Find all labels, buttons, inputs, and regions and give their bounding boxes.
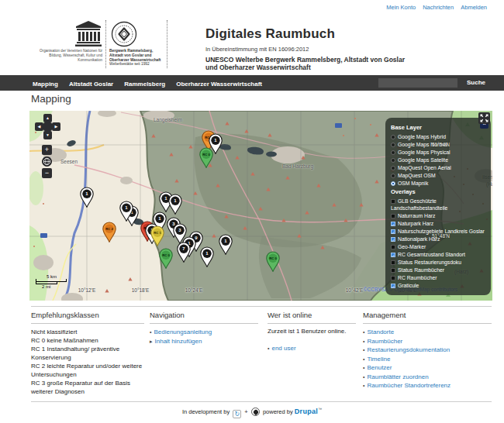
radio-icon[interactable] — [391, 166, 395, 170]
overlay-option[interactable]: ✓Graticule — [391, 282, 485, 289]
checkbox-icon[interactable]: ✓ — [391, 222, 395, 226]
svg-text:RC 0: RC 0 — [202, 153, 210, 156]
legend-line: RC 0 keine Maßnahmen — [31, 336, 144, 345]
page-title: Mapping — [31, 93, 71, 105]
bullet-icon: • — [363, 347, 364, 352]
overlay-option[interactable]: ✓RC Gesamtzustand Standort — [391, 251, 485, 258]
pan-east-button[interactable]: ▶ — [52, 122, 60, 131]
base-layer-option[interactable]: Google Maps Physical — [391, 149, 485, 156]
checkbox-icon[interactable]: ✓ — [391, 229, 395, 234]
radio-icon[interactable] — [391, 143, 395, 147]
nav-item-oberharzer-wasserwirtschaft[interactable]: Oberharzer Wasserwirtschaft — [176, 77, 262, 92]
map-marker-white[interactable]: 7 — [176, 242, 192, 266]
radio-icon[interactable] — [391, 150, 395, 155]
radio-icon[interactable] — [391, 174, 395, 178]
pan-north-button[interactable]: ▲ — [43, 114, 52, 122]
checkbox-icon[interactable] — [391, 260, 395, 265]
svg-text:RC 2: RC 2 — [105, 227, 113, 231]
zoom-world-button[interactable] — [42, 156, 52, 167]
radio-icon[interactable] — [391, 135, 395, 139]
zoom-out-button[interactable]: − — [42, 168, 52, 178]
base-layer-option[interactable]: MapQuest Open Aerial — [391, 164, 485, 171]
welterbe-caption: Bergwerk Rammelsberg, Altstadt von Gosla… — [109, 49, 165, 67]
link-timeline[interactable]: Timeline — [367, 356, 390, 363]
graticule-lon-label: 10°18'E — [132, 287, 150, 293]
nav-item-altstadt-goslar[interactable]: Altstadt Goslar — [69, 77, 113, 92]
main-navbar: MappingAltstadt GoslarRammelsbergOberhar… — [0, 75, 504, 91]
link-benutzer[interactable]: Benutzer — [367, 364, 392, 371]
base-layer-label: OSM Mapnik — [398, 181, 428, 186]
link-bedienungsanleitung[interactable]: Bedienungsanleitung — [154, 328, 212, 335]
link-raumbücher[interactable]: Raumbücher — [367, 338, 402, 345]
zoom-in-button[interactable]: + — [42, 145, 52, 155]
base-layer-option[interactable]: MapQuest OSM — [391, 172, 485, 179]
overlay-label: Graticule — [398, 283, 419, 288]
map-marker-green[interactable]: RC 0 — [198, 147, 214, 171]
nav-item-mapping[interactable]: Mapping — [33, 77, 58, 92]
map-marker-green[interactable]: RC 0 — [158, 248, 174, 272]
search-input[interactable] — [378, 78, 457, 88]
overlay-option[interactable]: Status Raumbücher — [391, 267, 485, 273]
search-button[interactable]: Suche — [467, 75, 485, 91]
navigation-column: Navigation •Bedienungsanleitung▸Inhalt h… — [150, 311, 258, 346]
map-fullscreen-button[interactable] — [478, 112, 490, 124]
unesco-caption: Organisation der Vereinten Nationen für … — [33, 49, 102, 62]
map-marker-white[interactable]: 1 — [119, 201, 134, 225]
overlay-option[interactable]: ✓Naturpark Harz — [391, 220, 485, 227]
map-marker-white[interactable]: 1 — [167, 194, 183, 218]
link-raumbücher-standortreferenz[interactable]: Raumbücher Standortreferenz — [367, 382, 450, 389]
map-marker-white[interactable]: 1 — [199, 246, 215, 270]
map-marker-white[interactable]: 1 — [79, 187, 95, 211]
pan-south-button[interactable]: ▼ — [43, 131, 52, 139]
map-canvas[interactable]: LangelsheimSeesenBad HarzburgIlsenburg(H… — [29, 111, 492, 301]
map-marker-yellow[interactable]: RC 1 — [150, 225, 165, 249]
base-layer-option[interactable]: Google Maps Hybrid — [391, 133, 485, 140]
user-link-abmelden[interactable]: Abmelden — [461, 4, 487, 11]
map-marker-white[interactable]: 1 — [218, 234, 233, 258]
checkbox-icon[interactable] — [391, 245, 395, 249]
overlay-option[interactable]: Status Restaurierungsdoku — [391, 259, 485, 266]
checkbox-icon[interactable] — [391, 199, 395, 204]
base-layer-label: MapQuest Open Aerial — [398, 165, 451, 170]
link-inhalt-hinzufügen[interactable]: Inhalt hinzufügen — [155, 338, 202, 345]
base-layer-option[interactable]: OSM Mapnik — [391, 180, 485, 187]
link-end-user[interactable]: end user — [271, 345, 295, 352]
link-restaurierungsdokumentation[interactable]: Restaurierungsdokumentation — [367, 346, 450, 353]
map-town-label: Bad Harzburg — [282, 163, 313, 169]
checkbox-icon[interactable] — [391, 214, 395, 218]
overlay-label: Geo-Marker — [398, 244, 426, 249]
checkbox-icon[interactable]: ✓ — [391, 284, 395, 288]
bullet-icon: • — [363, 356, 364, 362]
link-raumblätter-zuordnen[interactable]: Raumblätter zuordnen — [367, 373, 428, 380]
expand-arrow-icon: ▸ — [150, 339, 153, 344]
user-link-nachrichten[interactable]: Nachrichten — [423, 4, 454, 11]
pan-west-button[interactable]: ◀ — [35, 122, 43, 131]
map-zoom-control: + − — [42, 145, 52, 180]
checkbox-icon[interactable] — [391, 276, 395, 280]
overlay-option[interactable]: Naturraum Harz — [391, 212, 485, 219]
user-link-mein-konto[interactable]: Mein Konto — [386, 4, 416, 11]
map-town-label: Langelsheim — [154, 117, 182, 122]
overlay-option[interactable]: Geo-Marker — [391, 243, 485, 250]
overlay-option[interactable]: GLB Geschützte Landschaftsbestandteile — [391, 198, 485, 212]
radio-icon[interactable] — [391, 181, 395, 186]
checkbox-icon[interactable] — [391, 268, 395, 273]
welterbe-emblem-logo — [110, 20, 138, 51]
overlays-title: Overlays — [391, 188, 485, 195]
base-layer-option[interactable]: Google Maps Satelite — [391, 156, 485, 163]
unesco-logo — [74, 19, 103, 50]
online-column: Wer ist online Zurzeit ist 1 Benutzer on… — [268, 311, 356, 353]
pan-center — [43, 122, 52, 131]
checkbox-icon[interactable]: ✓ — [391, 237, 395, 242]
logo-separator — [105, 20, 106, 68]
map-marker-green[interactable]: RC 0 — [265, 251, 281, 275]
link-standorte[interactable]: Standorte — [367, 328, 394, 335]
checkbox-icon[interactable]: ✓ — [391, 253, 395, 257]
overlay-label: Naturpark Harz — [398, 221, 433, 226]
drupal-link[interactable]: Drupal — [295, 408, 318, 415]
overlay-label: GLB Geschützte Landschaftsbestandteile — [391, 198, 447, 211]
nav-item-rammelsberg[interactable]: Rammelsberg — [124, 77, 165, 92]
map-marker-orange[interactable]: RC 2 — [102, 222, 117, 246]
overlay-option[interactable]: RC Raumbücher — [391, 274, 485, 281]
radio-icon[interactable] — [391, 158, 395, 163]
